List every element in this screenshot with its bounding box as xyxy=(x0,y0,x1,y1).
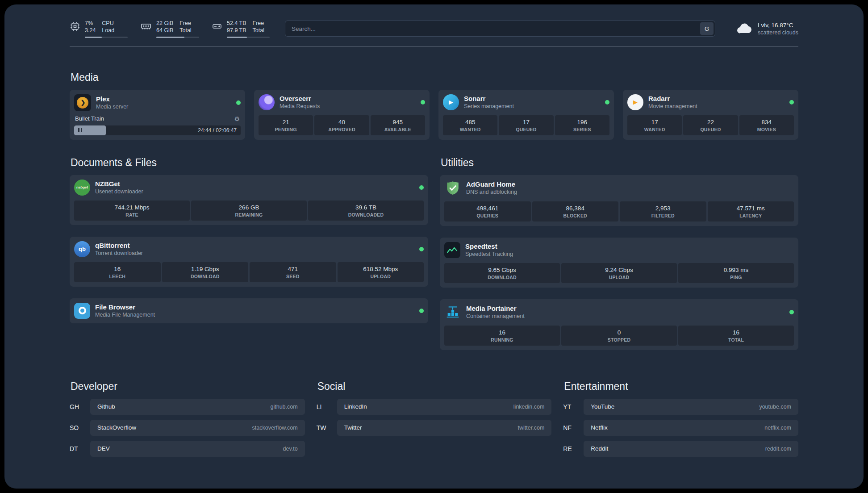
service-card-qbittorrent[interactable]: qb qBittorrent Torrent downloader 16 LEE… xyxy=(70,237,428,287)
bookmark-abbr: TW xyxy=(317,424,337,431)
stat-value: 945 xyxy=(371,119,424,125)
section-title-developer: Developer xyxy=(71,380,305,393)
stat-queued: 17 QUEUED xyxy=(499,115,553,135)
bookmark-abbr: YT xyxy=(563,403,584,410)
stat-value: 86,384 xyxy=(533,205,618,212)
service-card-speedtest[interactable]: Speedtest Speedtest Tracking 9.65 Gbps D… xyxy=(440,238,798,288)
pause-icon[interactable] xyxy=(78,128,79,132)
bookmark-name: YouTube xyxy=(591,403,614,410)
service-card-portainer[interactable]: Media Portainer Container management 16 … xyxy=(440,299,798,350)
bookmark-abbr: LI xyxy=(317,403,337,410)
stat-value: 266 GB xyxy=(192,204,306,211)
stat-label: PENDING xyxy=(259,127,312,132)
bookmark-link-dev[interactable]: DEV dev.to xyxy=(90,441,305,457)
system-widgets: 7% 3.24 CPU Load xyxy=(70,20,270,38)
bookmark-link-linkedin[interactable]: LinkedIn linkedin.com xyxy=(337,399,552,415)
bookmark-name: Reddit xyxy=(591,445,608,452)
speedtest-title-block: Speedtest Speedtest Tracking xyxy=(465,242,513,257)
stat-queued: 22 QUEUED xyxy=(683,115,738,135)
memory-free: 22 GiB xyxy=(156,20,173,27)
disk-free: 52.4 TB xyxy=(227,20,246,27)
disk-icon xyxy=(212,21,222,33)
service-name: File Browser xyxy=(95,303,155,312)
service-card-nzbget[interactable]: nzbget NZBGet Usenet downloader 744.21 M… xyxy=(70,175,428,225)
bookmark-link-youtube[interactable]: YouTube youtube.com xyxy=(584,399,798,415)
cpu-progress-bar xyxy=(85,37,128,38)
cpu-percent: 7% xyxy=(85,20,93,27)
weather-widget: Lviv, 16.87°C scattered clouds xyxy=(736,21,798,36)
stat-label: QUEUED xyxy=(684,127,737,132)
playback-progress-bar[interactable]: 24:44 / 02:06:47 xyxy=(74,125,241,135)
stat-wanted: 17 WANTED xyxy=(627,115,682,135)
service-card-radarr[interactable]: ▶ Radarr Movie management 17 WANTED xyxy=(623,90,798,140)
stat-label: UPLOAD xyxy=(562,275,676,280)
service-card-adguard[interactable]: AdGuard Home DNS and adblocking 498,461 … xyxy=(440,175,798,226)
stat-label: TOTAL xyxy=(679,337,793,343)
overseerr-header[interactable]: Overseerr Media Requests xyxy=(259,94,425,110)
service-subtitle: Media server xyxy=(96,104,128,110)
sonarr-header[interactable]: ▶ Sonarr Series management xyxy=(443,94,609,110)
stat-value: 9.65 Gbps xyxy=(445,267,559,273)
stat-label: BLOCKED xyxy=(533,213,618,218)
bookmark-link-reddit[interactable]: Reddit reddit.com xyxy=(584,441,798,457)
bookmark-link-github[interactable]: Github github.com xyxy=(90,399,305,415)
stat-upload: 618.52 Mbps UPLOAD xyxy=(338,262,424,282)
service-name: Plex xyxy=(96,95,128,104)
search-provider-button[interactable]: G xyxy=(700,22,714,35)
service-card-filebrowser[interactable]: File Browser Media File Management xyxy=(70,298,428,323)
service-card-sonarr[interactable]: ▶ Sonarr Series management 485 WANTED xyxy=(438,90,614,140)
stat-value: 2,953 xyxy=(621,205,705,212)
portainer-stats: 16 RUNNING 0 STOPPED 16 TOTAL xyxy=(444,326,794,346)
stat-approved: 40 APPROVED xyxy=(314,115,369,135)
nzbget-header[interactable]: nzbget NZBGet Usenet downloader xyxy=(74,180,424,196)
sonarr-icon: ▶ xyxy=(443,94,459,110)
search-input[interactable] xyxy=(285,21,715,37)
cloud-icon xyxy=(736,21,753,36)
service-subtitle: Movie management xyxy=(648,103,697,109)
weather-condition: scattered clouds xyxy=(758,29,798,36)
stat-label: DOWNLOADED xyxy=(309,212,423,217)
section-title-entertainment: Entertainment xyxy=(564,380,798,393)
stat-label: SEED xyxy=(250,274,335,279)
service-card-overseerr[interactable]: Overseerr Media Requests 21 PENDING 40 A… xyxy=(254,90,430,140)
service-subtitle: Media File Management xyxy=(95,312,155,318)
stat-label: DOWNLOAD xyxy=(163,274,248,279)
bookmark-name: LinkedIn xyxy=(344,403,367,410)
gear-icon[interactable]: ⚙ xyxy=(234,115,240,122)
bookmarks-social: Social LI LinkedIn linkedin.com TW Twitt… xyxy=(317,380,552,462)
service-subtitle: Series management xyxy=(464,103,514,109)
adguard-header[interactable]: AdGuard Home DNS and adblocking xyxy=(444,180,794,196)
bookmark-row: SO StackOverflow stackoverflow.com xyxy=(70,420,305,436)
qbittorrent-header[interactable]: qb qBittorrent Torrent downloader xyxy=(74,241,424,257)
cpu-values: 7% 3.24 xyxy=(85,20,96,34)
stat-label: QUEUED xyxy=(500,127,552,132)
service-card-plex[interactable]: ❯ Plex Media server Bullet Train ⚙ xyxy=(70,90,245,140)
portainer-header[interactable]: Media Portainer Container management xyxy=(444,304,794,321)
status-dot xyxy=(605,100,609,104)
nzbget-stats: 744.21 Mbps RATE 266 GB REMAINING 39.6 T… xyxy=(74,201,424,221)
filebrowser-icon xyxy=(74,303,90,319)
filebrowser-header[interactable]: File Browser Media File Management xyxy=(74,303,424,319)
stat-value: 471 xyxy=(250,266,335,272)
stat-label: UPLOAD xyxy=(338,274,423,279)
stat-filtered: 2,953 FILTERED xyxy=(620,201,706,221)
stat-label: DOWNLOAD xyxy=(445,275,559,280)
stat-running: 16 RUNNING xyxy=(444,326,560,346)
bookmark-link-stackoverflow[interactable]: StackOverflow stackoverflow.com xyxy=(90,420,305,436)
stat-value: 1.19 Gbps xyxy=(163,266,248,272)
speedtest-header[interactable]: Speedtest Speedtest Tracking xyxy=(444,242,794,258)
bookmark-link-twitter[interactable]: Twitter twitter.com xyxy=(337,420,552,436)
section-title-documents: Documents & Files xyxy=(71,157,428,169)
documents-column: Documents & Files nzbget NZBGet Usenet d… xyxy=(70,157,428,350)
stat-value: 22 xyxy=(684,119,737,125)
bookmark-link-netflix[interactable]: Netflix netflix.com xyxy=(584,420,798,436)
bookmark-url: twitter.com xyxy=(518,425,545,431)
stat-value: 0 xyxy=(562,329,676,336)
bookmark-url: stackoverflow.com xyxy=(252,425,298,431)
memory-progress-bar xyxy=(156,37,199,38)
radarr-stats: 17 WANTED 22 QUEUED 834 MOVIES xyxy=(627,115,794,135)
radarr-header[interactable]: ▶ Radarr Movie management xyxy=(627,94,794,110)
plex-header[interactable]: ❯ Plex Media server xyxy=(74,94,241,111)
stat-available: 945 AVAILABLE xyxy=(371,115,425,135)
stat-wanted: 485 WANTED xyxy=(443,115,497,135)
